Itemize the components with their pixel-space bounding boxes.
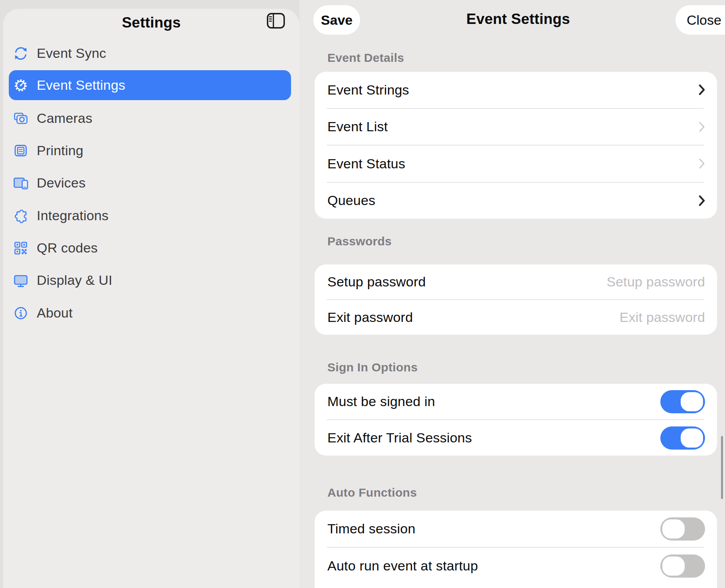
row-label: Event List xyxy=(327,119,388,134)
sidebar: Settings Event Sync xyxy=(3,9,299,588)
sidebar-item-event-sync[interactable]: Event Sync xyxy=(9,38,291,68)
must-be-signed-in-row: Must be signed in xyxy=(315,384,717,419)
row-label: Setup password xyxy=(327,274,426,290)
sidebar-item-qr-codes[interactable]: QR codes xyxy=(9,233,291,263)
exit-after-trial-sessions-toggle[interactable] xyxy=(660,426,705,450)
row-label: Auto run event at startup xyxy=(327,558,478,574)
sidebar-item-label: Display & UI xyxy=(37,272,112,288)
cameras-icon xyxy=(12,110,30,127)
printer-icon xyxy=(12,142,30,160)
exit-after-trial-sessions-row: Exit After Trial Sessions xyxy=(315,420,717,456)
sidebar-item-label: Printing xyxy=(37,143,83,158)
toggle-knob xyxy=(662,519,685,539)
puzzle-icon xyxy=(12,207,30,225)
devices-icon xyxy=(12,174,30,192)
row-label: Queues xyxy=(327,193,375,208)
page-title: Event Settings xyxy=(299,11,725,28)
event-list-row[interactable]: Event List xyxy=(315,109,717,145)
auto-functions-card: Timed session Auto run event at startup xyxy=(315,511,717,588)
queues-row[interactable]: Queues xyxy=(315,183,717,219)
gear-icon xyxy=(12,77,30,94)
timed-session-toggle[interactable] xyxy=(660,517,705,541)
chevron-right-icon xyxy=(699,195,705,206)
row-label: Event Strings xyxy=(327,82,409,98)
sidebar-item-label: Cameras xyxy=(37,110,92,126)
sidebar-item-integrations[interactable]: Integrations xyxy=(9,201,291,231)
sidebar-item-cameras[interactable]: Cameras xyxy=(9,103,291,133)
sidebar-item-devices[interactable]: Devices xyxy=(9,168,291,198)
info-icon xyxy=(12,304,30,322)
auto-run-event-at-startup-toggle[interactable] xyxy=(660,554,705,578)
passwords-card: Setup password Setup password Exit passw… xyxy=(315,264,717,335)
sidebar-item-label: Event Settings xyxy=(37,77,125,93)
sidebar-item-label: QR codes xyxy=(37,240,98,256)
setup-password-placeholder: Setup password xyxy=(606,274,705,290)
sidebar-item-printing[interactable]: Printing xyxy=(9,136,291,166)
sidebar-item-label: Event Sync xyxy=(37,45,106,61)
sync-icon xyxy=(12,45,30,62)
section-header-sign-in-options: Sign In Options xyxy=(327,360,418,375)
monitor-icon xyxy=(12,272,30,289)
scrollbar[interactable] xyxy=(721,436,723,499)
event-status-row[interactable]: Event Status xyxy=(315,146,717,182)
sidebar-item-about[interactable]: About xyxy=(9,298,291,328)
section-header-passwords: Passwords xyxy=(327,234,392,249)
must-be-signed-in-toggle[interactable] xyxy=(660,390,705,413)
row-label: Event Status xyxy=(327,156,405,172)
timed-session-row: Timed session xyxy=(315,511,717,547)
sign-in-options-card: Must be signed in Exit After Trial Sessi… xyxy=(315,384,717,456)
sidebar-item-label: Integrations xyxy=(37,208,109,223)
close-button[interactable]: Close xyxy=(675,5,725,35)
settings-window: Settings Event Sync xyxy=(0,0,725,588)
row-label: Timed session xyxy=(327,521,416,537)
exit-password-field[interactable]: Exit password Exit password xyxy=(315,300,717,335)
section-header-event-details: Event Details xyxy=(327,51,404,65)
sidebar-panel-icon[interactable] xyxy=(267,13,285,29)
sidebar-item-label: Devices xyxy=(37,175,85,191)
toggle-knob xyxy=(681,392,703,411)
qr-code-icon xyxy=(12,239,30,257)
toggle-knob xyxy=(662,556,685,576)
event-strings-row[interactable]: Event Strings xyxy=(315,72,717,108)
chevron-right-icon xyxy=(699,158,705,169)
event-settings-panel: Save Event Settings Close Event Details … xyxy=(299,0,725,588)
section-header-auto-functions: Auto Functions xyxy=(327,485,417,500)
toggle-knob xyxy=(681,428,703,448)
sidebar-item-display-ui[interactable]: Display & UI xyxy=(9,265,291,295)
sidebar-title: Settings xyxy=(3,14,299,31)
row-label: Exit password xyxy=(327,310,413,325)
sidebar-item-event-settings[interactable]: Event Settings xyxy=(9,70,291,100)
chevron-right-icon xyxy=(699,121,705,132)
setup-password-field[interactable]: Setup password Setup password xyxy=(315,264,717,299)
exit-password-placeholder: Exit password xyxy=(620,310,705,325)
auto-run-event-at-startup-row: Auto run event at startup xyxy=(315,548,717,584)
sidebar-item-label: About xyxy=(37,305,73,321)
row-label: Must be signed in xyxy=(327,394,435,409)
event-details-card: Event Strings Event List Event Status xyxy=(315,72,717,219)
row-label: Exit After Trial Sessions xyxy=(327,430,472,446)
chevron-right-icon xyxy=(699,84,705,95)
